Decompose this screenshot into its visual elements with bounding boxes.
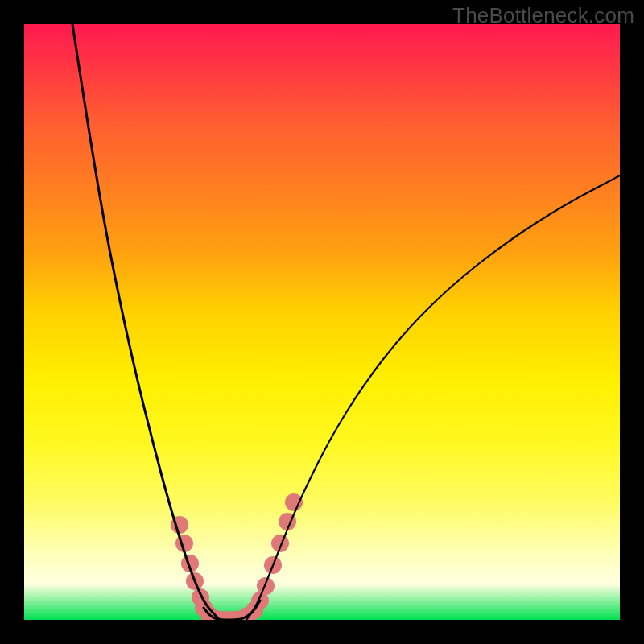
curve-svg bbox=[24, 24, 620, 620]
plot-area bbox=[24, 24, 620, 620]
curve-right-branch bbox=[246, 175, 620, 620]
chart-container: TheBottleneck.com bbox=[0, 0, 644, 644]
curve-left-branch bbox=[72, 24, 220, 620]
marker-group bbox=[171, 493, 303, 620]
highlight-marker bbox=[257, 577, 275, 595]
